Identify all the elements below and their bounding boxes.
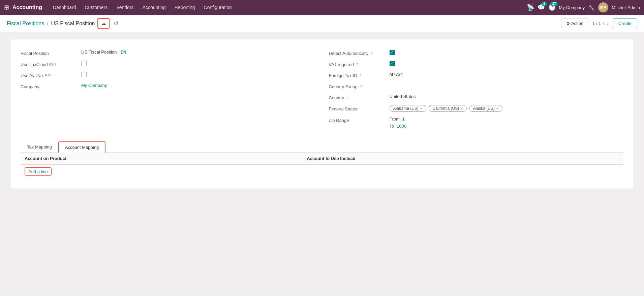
- company-label: Company: [21, 83, 81, 89]
- company-value[interactable]: My Company: [81, 83, 315, 88]
- foreign-tax-label: Foreign Tax ID ?: [329, 72, 390, 78]
- avatax-checkbox[interactable]: [81, 72, 87, 77]
- vat-required-row: VAT required ? ✓: [329, 61, 624, 67]
- taxcloud-row: Use TaxCloud API: [21, 61, 315, 67]
- federal-states-row: Federal States Alabama (US) ✕ California…: [329, 105, 624, 112]
- record-navigation: 1 / 1 ‹ ›: [592, 21, 609, 27]
- breadcrumb-parent[interactable]: Fiscal Positions: [7, 21, 44, 27]
- record-prev-button[interactable]: ‹: [603, 21, 605, 27]
- breadcrumb-actions: ⚙ Action 1 / 1 ‹ › Create: [561, 19, 637, 28]
- detect-auto-label: Detect Automatically ?: [329, 50, 390, 56]
- account-mapping-table: Account on Product Account to Use Instea…: [21, 153, 623, 165]
- zip-to-label: To: [390, 124, 394, 129]
- zip-from-value[interactable]: 1: [402, 117, 405, 122]
- state-tag-california-remove[interactable]: ✕: [460, 107, 463, 110]
- col-account-on-product: Account on Product: [21, 153, 303, 165]
- federal-states-label: Federal States: [329, 105, 390, 111]
- avatax-row: Use AvaTax API: [21, 72, 315, 78]
- save-button[interactable]: ☁: [97, 18, 110, 29]
- nav-vendors[interactable]: Vendors: [112, 3, 137, 12]
- taxcloud-checkbox-wrap: [81, 61, 315, 67]
- brand-title: Accounting: [12, 4, 42, 10]
- zip-range-label: Zip Range: [329, 117, 390, 123]
- country-group-help: ?: [360, 85, 362, 89]
- support-icon[interactable]: 📡: [527, 4, 534, 11]
- nav-dashboard[interactable]: Dashboard: [49, 3, 80, 12]
- messages-badge: 4: [542, 2, 547, 6]
- form-card: Fiscal Position US Fiscal Position EN Us…: [10, 39, 634, 189]
- avatax-label: Use AvaTax API: [21, 72, 81, 78]
- country-row: Country ? United States: [329, 94, 624, 100]
- messages-icon[interactable]: 💬 4: [538, 4, 545, 11]
- vat-required-checkbox[interactable]: ✓: [390, 61, 395, 66]
- vat-required-help: ?: [356, 63, 358, 67]
- detect-auto-row: Detect Automatically ? ✓: [329, 50, 624, 56]
- state-tag-alaska: Alaska (US) ✕: [469, 105, 502, 112]
- vat-required-checkbox-wrap: ✓: [390, 61, 624, 66]
- username: Mitchell Admin: [612, 5, 640, 10]
- lang-code[interactable]: EN: [121, 50, 126, 55]
- col-account-to-use: Account to Use Instead: [303, 153, 623, 165]
- country-label: Country ?: [329, 94, 390, 100]
- activities-icon[interactable]: 🕐 37: [548, 4, 556, 11]
- nav-menu: Dashboard Customers Vendors Accounting R…: [49, 3, 525, 12]
- zip-to-row: To 1000: [390, 124, 624, 129]
- avatar[interactable]: MA: [598, 2, 608, 12]
- detect-auto-help: ?: [371, 52, 373, 56]
- discard-button[interactable]: ↺: [114, 20, 119, 27]
- federal-states-value: Alabama (US) ✕ California (US) ✕ Alaska …: [390, 105, 624, 112]
- nav-reporting[interactable]: Reporting: [171, 3, 199, 12]
- tabs-bar: Tax Mapping Account Mapping: [21, 141, 623, 153]
- zip-from-label: From: [390, 117, 400, 122]
- settings-icon[interactable]: 🔧: [588, 4, 595, 11]
- nav-accounting[interactable]: Accounting: [139, 3, 170, 12]
- record-position: 1 / 1: [592, 21, 601, 26]
- form-right-column: Detect Automatically ? ✓ VAT required ? …: [329, 50, 624, 133]
- activities-badge: 37: [550, 2, 557, 6]
- state-tag-alabama: Alabama (US) ✕: [390, 105, 426, 112]
- apps-icon[interactable]: ⊞: [4, 4, 9, 11]
- action-button[interactable]: ⚙ Action: [561, 19, 588, 28]
- avatax-checkbox-wrap: [81, 72, 315, 78]
- tab-tax-mapping[interactable]: Tax Mapping: [21, 141, 58, 153]
- form-left-column: Fiscal Position US Fiscal Position EN Us…: [21, 50, 329, 133]
- foreign-tax-value: ht7734: [390, 72, 624, 77]
- company-name: My Company: [559, 5, 585, 10]
- fiscal-position-value: US Fiscal Position EN: [81, 50, 315, 55]
- topnav-right-icons: 📡 💬 4 🕐 37 My Company 🔧 MA Mitchell Admi…: [527, 2, 640, 12]
- breadcrumb-current: US Fiscal Position: [51, 21, 95, 27]
- breadcrumb-separator: /: [47, 21, 48, 27]
- taxcloud-checkbox[interactable]: [81, 61, 87, 66]
- foreign-tax-help: ?: [359, 74, 361, 78]
- fiscal-position-row: Fiscal Position US Fiscal Position EN: [21, 50, 315, 56]
- fiscal-position-label: Fiscal Position: [21, 50, 81, 56]
- vat-required-label: VAT required ?: [329, 61, 390, 67]
- foreign-tax-row: Foreign Tax ID ? ht7734: [329, 72, 624, 78]
- tab-account-mapping[interactable]: Account Mapping: [58, 141, 105, 153]
- company-row: Company My Company: [21, 83, 315, 89]
- country-group-label: Country Group ?: [329, 83, 390, 89]
- top-navigation: ⊞ Accounting Dashboard Customers Vendors…: [0, 0, 644, 15]
- zip-range-values: From 1 To 1000: [390, 117, 624, 129]
- country-value: United States: [390, 94, 624, 99]
- zip-to-value[interactable]: 1000: [397, 124, 406, 129]
- add-line-button[interactable]: Add a line: [25, 167, 52, 176]
- form-columns: Fiscal Position US Fiscal Position EN Us…: [21, 50, 623, 133]
- nav-customers[interactable]: Customers: [81, 3, 112, 12]
- zip-from-row: From 1: [390, 117, 624, 122]
- account-mapping-content: Account on Product Account to Use Instea…: [21, 153, 623, 178]
- zip-range-row: Zip Range From 1 To 1000: [329, 117, 624, 129]
- create-button[interactable]: Create: [613, 19, 637, 28]
- main-content: Fiscal Position US Fiscal Position EN Us…: [0, 32, 644, 296]
- nav-configuration[interactable]: Configuration: [200, 3, 236, 12]
- breadcrumb-bar: Fiscal Positions / US Fiscal Position ☁ …: [0, 15, 644, 32]
- country-help: ?: [346, 96, 348, 100]
- state-tag-california: California (US) ✕: [429, 105, 467, 112]
- taxcloud-label: Use TaxCloud API: [21, 61, 81, 67]
- record-next-button[interactable]: ›: [607, 21, 609, 27]
- state-tag-alaska-remove[interactable]: ✕: [496, 107, 499, 110]
- detect-auto-checkbox[interactable]: ✓: [390, 50, 395, 55]
- detect-auto-checkbox-wrap: ✓: [390, 50, 624, 55]
- country-group-row: Country Group ?: [329, 83, 624, 89]
- state-tag-alabama-remove[interactable]: ✕: [420, 107, 423, 110]
